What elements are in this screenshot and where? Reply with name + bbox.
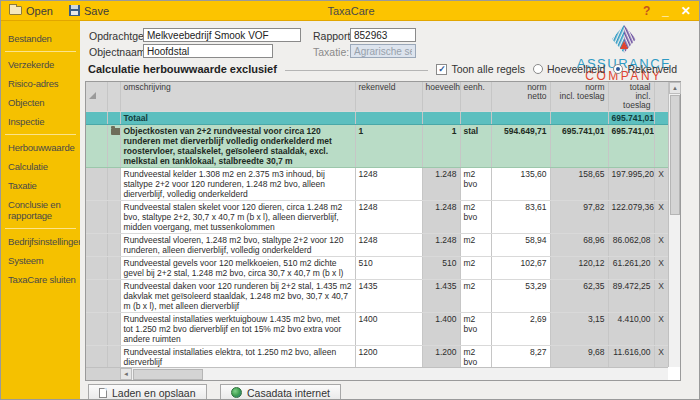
header-omschrijving[interactable]: omschrijving — [120, 82, 355, 112]
table-row[interactable]: Rundveestal stalen skelet voor 120 diere… — [86, 201, 668, 234]
cell-hvh — [422, 112, 460, 125]
cell-rek — [355, 112, 422, 125]
cell-nn: 2,69 — [491, 313, 550, 346]
select-all-header-cell[interactable] — [86, 82, 107, 112]
vertical-scrollbar-thumb[interactable] — [670, 95, 680, 215]
cell-ni: 9,68 — [550, 346, 608, 368]
header-norm-netto[interactable]: norm netto — [491, 82, 550, 112]
cell-ni: 695.741,01 — [550, 125, 608, 168]
cell-tt: 11.616,00 — [608, 346, 654, 368]
cell-oms: Rundveestal installaties elektra, tot 1.… — [120, 346, 355, 368]
cell-oms: Rundveestal daken voor 120 runderen bij … — [120, 280, 355, 313]
table-row[interactable]: Objectkosten van 2+2 rundveestal voor ci… — [86, 125, 668, 168]
sidebar-item-calculatie[interactable]: Calculatie — [1, 157, 80, 176]
vertical-scrollbar[interactable]: ▲ — [668, 82, 680, 367]
cell-tt: 122.079,36 — [608, 201, 654, 234]
opdrachtgever-input[interactable] — [143, 28, 301, 42]
cell-rek: 1248 — [355, 201, 422, 234]
sidebar-item-verzekerde[interactable]: Verzekerde — [1, 55, 80, 74]
cell-hvh: 1.248 — [422, 201, 460, 234]
cell-rek: 1200 — [355, 346, 422, 368]
folder-icon — [111, 128, 121, 135]
save-button[interactable]: Save — [61, 1, 117, 20]
sidebar-item-inspectie[interactable]: Inspectie — [1, 112, 80, 131]
cell-x — [654, 125, 668, 168]
cell-een: m2 — [460, 234, 491, 257]
cell-een: m2 — [460, 280, 491, 313]
scroll-corner — [86, 367, 120, 380]
objectnaam-input[interactable] — [143, 44, 273, 58]
laden-en-opslaan-button[interactable]: Laden en opslaan — [88, 384, 207, 400]
header-norm-incl-toeslag[interactable]: norm incl. toeslag — [550, 82, 608, 112]
cell-exp — [86, 313, 107, 346]
cell-rek: 1400 — [355, 313, 422, 346]
sidebar-item-conclusie-en-rapportage[interactable]: Conclusie en rapportage — [1, 195, 80, 225]
cell-x[interactable]: X — [654, 234, 668, 257]
table-row[interactable]: Rundveestal gevels voor 120 melkkoeien, … — [86, 257, 668, 280]
casadata-internet-button[interactable]: Casadata internet — [220, 384, 341, 400]
table-row[interactable]: Totaal695.741,01 — [86, 112, 668, 125]
cell-tt: 61.261,20 — [608, 257, 654, 280]
sidebar-item-systeem[interactable]: Systeem — [1, 251, 80, 270]
minimize-button[interactable]: _ — [662, 4, 669, 18]
cell-exp — [86, 257, 107, 280]
globe-icon — [231, 387, 242, 398]
cell-x[interactable]: X — [654, 257, 668, 280]
horizontal-scrollbar-thumb[interactable] — [133, 369, 203, 380]
section-title: Calculatie herbouwwaarde exclusief — [88, 63, 277, 75]
cell-tt: 89.472,25 — [608, 280, 654, 313]
sidebar-item-taxatie[interactable]: Taxatie — [1, 176, 80, 195]
cell-nn: 102,67 — [491, 257, 550, 280]
rapportnr-label: Rapportnr: — [313, 30, 346, 42]
sidebar-item-herbouwwaarde[interactable]: Herbouwwaarde — [1, 138, 80, 157]
cell-oms: Rundveestal installaties werktuigbouw 1.… — [120, 313, 355, 346]
cell-een: m2 bvo — [460, 346, 491, 368]
scroll-left-arrow-icon[interactable]: ◄ — [120, 368, 132, 380]
cell-x[interactable]: X — [654, 201, 668, 234]
close-button[interactable]: ✕ — [681, 4, 691, 18]
content-area: Opdrachtgever: Objectnaam: Rapportnr: Ta… — [80, 21, 699, 399]
document-icon — [99, 388, 107, 398]
cell-oms: Objectkosten van 2+2 rundveestal voor ci… — [120, 125, 355, 168]
save-button-label: Save — [84, 5, 109, 17]
header-hoeveelheid[interactable]: hoeveelheid — [422, 82, 460, 112]
rekenveld-radio[interactable] — [613, 64, 623, 74]
scroll-up-arrow-icon[interactable]: ▲ — [669, 82, 681, 94]
table-row[interactable]: Rundveestal installaties werktuigbouw 1.… — [86, 313, 668, 346]
horizontal-scrollbar[interactable]: ◄ — [120, 367, 668, 380]
sidebar-item-objecten[interactable]: Objecten — [1, 93, 80, 112]
sidebar-item-taxacare-sluiten[interactable]: TaxaCare sluiten — [1, 270, 80, 289]
hoeveelheid-radio-control[interactable]: Hoeveelheid — [533, 63, 605, 75]
sidebar-item-bedrijfsinstellingen[interactable]: Bedrijfsinstellingen — [1, 232, 80, 251]
rekenveld-radio-control[interactable]: Rekenveld — [613, 63, 677, 75]
cell-ico — [107, 234, 120, 257]
toon-alle-regels-checkbox[interactable] — [436, 64, 447, 75]
sidebar-item-risico-adres[interactable]: Risico-adres — [1, 74, 80, 93]
cell-x[interactable]: X — [654, 346, 668, 368]
sidebar-item-bestanden[interactable]: Bestanden — [1, 29, 80, 48]
taxatie-select[interactable] — [350, 44, 416, 58]
header-totaal-incl-toeslag[interactable]: totaal incl. toeslag — [608, 82, 654, 112]
header-rekenveld[interactable]: rekenveld — [355, 82, 422, 112]
hoeveelheid-radio[interactable] — [533, 64, 543, 74]
cell-x — [654, 112, 668, 125]
table-row[interactable]: Rundveestal kelder 1.308 m2 en 2.375 m3 … — [86, 168, 668, 201]
cell-een: m2 bvo — [460, 168, 491, 201]
cell-x[interactable]: X — [654, 313, 668, 346]
cell-ico — [107, 346, 120, 368]
cell-x[interactable]: X — [654, 280, 668, 313]
cell-nn: 58,94 — [491, 234, 550, 257]
sidebar-divider — [5, 228, 76, 229]
help-button[interactable]: ? — [643, 4, 650, 18]
header-eenh[interactable]: eenh. — [460, 82, 491, 112]
cell-x[interactable]: X — [654, 168, 668, 201]
open-button[interactable]: Open — [1, 1, 61, 20]
table-row[interactable]: Rundveestal installaties elektra, tot 1.… — [86, 346, 668, 368]
table-row[interactable]: Rundveestal vloeren, 1.248 m2 bvo, stalt… — [86, 234, 668, 257]
toon-alle-regels-control[interactable]: Toon alle regels — [436, 63, 525, 75]
cell-ico — [107, 201, 120, 234]
save-floppy-icon — [69, 5, 80, 16]
rapportnr-input[interactable] — [350, 28, 416, 42]
cell-tt: 86.062,08 — [608, 234, 654, 257]
table-row[interactable]: Rundveestal daken voor 120 runderen bij … — [86, 280, 668, 313]
